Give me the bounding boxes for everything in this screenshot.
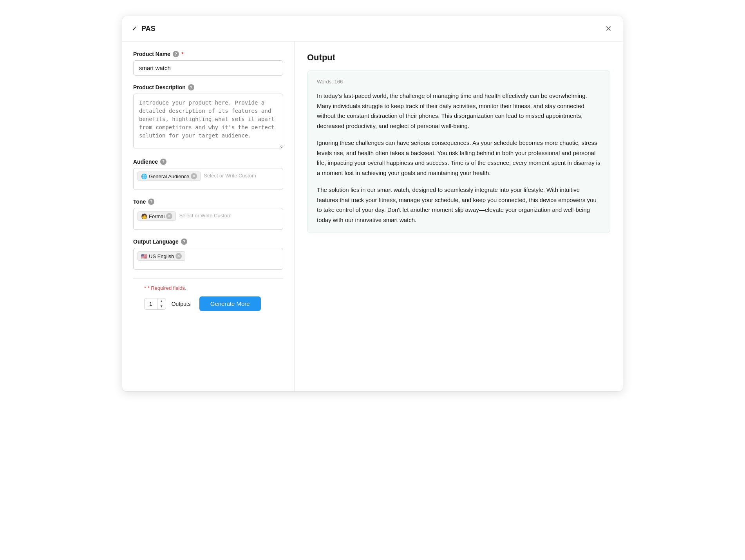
audience-tag-remove-button[interactable]: ✕ [191, 173, 197, 179]
tone-group: Tone ? 🧑 Formal ✕ Select or Write Custom [133, 199, 283, 230]
audience-tag-text: General Audience [149, 173, 189, 179]
product-name-label: Product Name ? * [133, 51, 283, 57]
app-title: PAS [141, 25, 156, 33]
right-panel: Output Words: 166 In today's fast-paced … [295, 42, 623, 391]
required-star-note: * [144, 285, 146, 291]
stepper-down-button[interactable]: ▼ [157, 304, 166, 309]
audience-label: Audience ? [133, 159, 283, 165]
main-content: Product Name ? * Product Description ? A… [122, 42, 623, 391]
audience-tag: 🌐 General Audience ✕ [137, 172, 201, 181]
product-name-input[interactable] [133, 60, 283, 76]
output-language-tag-input[interactable]: 🇺🇸 US English ✕ [133, 248, 283, 270]
required-note: * * Required fields. [144, 285, 272, 291]
footer: * * Required fields. 1 ▲ ▼ Outputs Gener… [133, 278, 283, 317]
outputs-label: Outputs [172, 301, 191, 307]
output-card: Words: 166 In today's fast-paced world, … [307, 70, 610, 233]
output-language-tag-text: US English [149, 253, 174, 259]
audience-label-text: Audience [133, 159, 158, 165]
output-text: In today's fast-paced world, the challen… [317, 91, 600, 225]
tone-tag-text: Formal [149, 213, 165, 219]
close-button[interactable]: ✕ [604, 23, 613, 34]
audience-help-icon[interactable]: ? [160, 159, 166, 165]
required-label-text: * Required fields. [148, 285, 186, 291]
check-icon: ✓ [132, 24, 137, 33]
tone-help-icon[interactable]: ? [148, 199, 154, 205]
app-header: ✓ PAS ✕ [122, 16, 623, 42]
tone-tag: 🧑 Formal ✕ [137, 211, 176, 221]
product-name-required-star: * [181, 51, 183, 57]
product-description-label: Product Description ? [133, 84, 283, 90]
left-panel: Product Name ? * Product Description ? A… [122, 42, 295, 391]
audience-tag-emoji: 🌐 [141, 173, 147, 179]
output-language-label-text: Output Language [133, 238, 179, 245]
stepper-up-button[interactable]: ▲ [157, 299, 166, 304]
tone-tag-input[interactable]: 🧑 Formal ✕ Select or Write Custom [133, 208, 283, 230]
output-language-tag: 🇺🇸 US English ✕ [137, 251, 185, 261]
tone-tag-remove-button[interactable]: ✕ [166, 213, 172, 219]
output-title: Output [307, 52, 610, 63]
output-language-tag-remove-button[interactable]: ✕ [175, 253, 182, 259]
output-paragraph-2: Ignoring these challenges can have serio… [317, 138, 600, 178]
audience-group: Audience ? 🌐 General Audience ✕ Select o… [133, 159, 283, 190]
outputs-value: 1 [145, 298, 157, 309]
output-language-help-icon[interactable]: ? [181, 238, 187, 245]
output-language-group: Output Language ? 🇺🇸 US English ✕ [133, 238, 283, 270]
output-language-label: Output Language ? [133, 238, 283, 245]
audience-tag-input[interactable]: 🌐 General Audience ✕ Select or Write Cus… [133, 168, 283, 190]
product-description-input[interactable] [133, 94, 283, 148]
product-description-group: Product Description ? [133, 84, 283, 150]
output-paragraph-1: In today's fast-paced world, the challen… [317, 91, 600, 131]
tone-tag-emoji: 🧑 [141, 213, 147, 219]
stepper-arrows: ▲ ▼ [157, 299, 166, 309]
header-left: ✓ PAS [132, 24, 156, 33]
product-name-label-text: Product Name [133, 51, 170, 57]
product-description-label-text: Product Description [133, 84, 186, 90]
product-description-help-icon[interactable]: ? [188, 84, 194, 90]
tone-placeholder: Select or Write Custom [178, 211, 232, 220]
product-name-group: Product Name ? * [133, 51, 283, 76]
generate-more-button[interactable]: Generate More [199, 296, 261, 311]
output-paragraph-3: The solution lies in our smart watch, de… [317, 185, 600, 225]
audience-placeholder: Select or Write Custom [203, 172, 257, 180]
product-name-help-icon[interactable]: ? [173, 51, 179, 57]
word-count: Words: 166 [317, 79, 600, 85]
outputs-stepper: 1 ▲ ▼ [144, 298, 166, 310]
tone-label: Tone ? [133, 199, 283, 205]
tone-label-text: Tone [133, 199, 146, 205]
footer-controls: 1 ▲ ▼ Outputs Generate More [144, 296, 272, 311]
output-language-tag-emoji: 🇺🇸 [141, 253, 147, 259]
